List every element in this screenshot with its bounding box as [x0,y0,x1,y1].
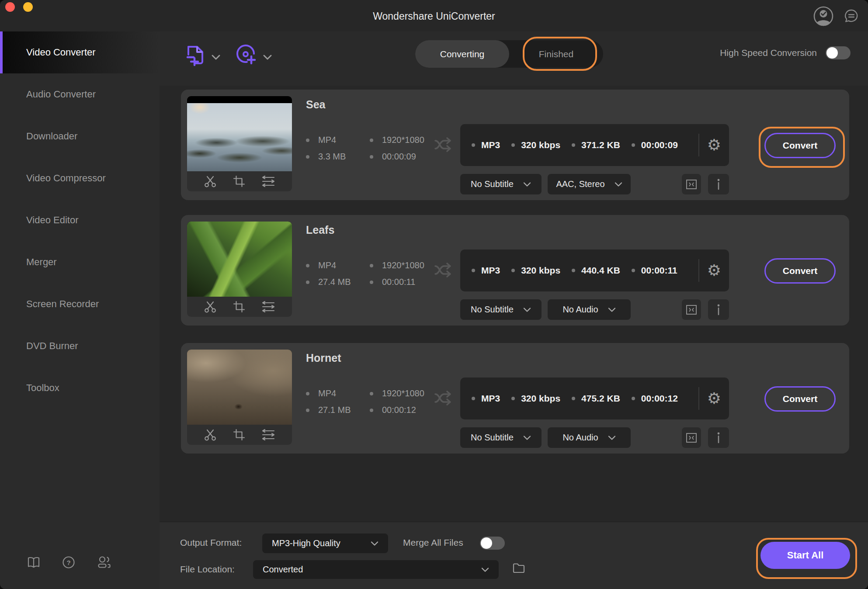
chevron-down-icon[interactable] [263,54,272,60]
audio-value: AAC, Stereo [556,179,604,189]
source-duration: 00:00:09 [370,152,416,162]
sidebar-item-merger[interactable]: Merger [0,241,160,283]
source-duration: 00:00:11 [370,277,415,287]
add-files-icon[interactable] [185,44,206,67]
subtitle-dropdown[interactable]: No Subtitle [460,427,542,448]
source-meta-row: MP4 1920*1080 [306,135,424,145]
main-area: Converting Finished High Speed Conversio… [160,31,868,589]
output-duration: 00:00:09 [632,140,678,150]
output-size: 475.2 KB [572,393,620,404]
video-thumbnail [187,222,292,317]
divider [698,134,699,156]
output-size: 440.4 KB [572,265,620,276]
source-meta-row: 27.4 MB 00:00:11 [306,277,415,287]
effects-icon[interactable] [261,301,275,312]
trim-icon[interactable] [204,301,217,313]
toggle-knob [826,47,838,59]
audio-dropdown[interactable]: No Audio [548,299,631,320]
divider [698,259,699,282]
community-icon[interactable] [97,556,111,569]
trim-icon[interactable] [204,175,217,187]
sidebar-item-video-editor[interactable]: Video Editor [0,199,160,241]
sidebar-item-dvd-burner[interactable]: DVD Burner [0,325,160,367]
convert-button[interactable]: Convert [764,258,836,284]
source-resolution: 1920*1080 [370,388,424,398]
file-row-sea: Sea MP4 1920*1080 3.3 MB 00:00:09 MP3 32… [181,90,849,200]
preview-button[interactable] [682,299,701,320]
subtitle-dropdown[interactable]: No Subtitle [460,174,542,194]
output-settings-panel: MP3 320 kbps 371.2 KB 00:00:09 ⚙ [460,124,729,166]
effects-icon[interactable] [261,176,275,187]
audio-dropdown[interactable]: AAC, Stereo [548,174,631,194]
output-settings-panel: MP3 320 kbps 440.4 KB 00:00:11 ⚙ [460,249,729,291]
sidebar-item-toolbox[interactable]: Toolbox [0,367,160,409]
tab-finished[interactable]: Finished [509,40,603,68]
chevron-down-icon[interactable] [211,54,221,60]
preview-button[interactable] [682,427,701,448]
sidebar-item-label: Merger [26,256,57,268]
user-guide-icon[interactable] [27,556,40,569]
output-format-dropdown[interactable]: MP3-High Quality [262,534,388,553]
account-icon[interactable] [813,6,834,27]
sidebar-item-label: Screen Recorder [26,298,99,310]
feedback-chat-icon[interactable] [844,8,859,24]
chevron-down-icon [615,182,622,187]
file-title: Leafs [306,224,334,236]
info-button[interactable] [708,174,729,194]
crop-icon[interactable] [233,429,245,441]
help-icon[interactable]: ? [62,556,75,569]
convert-button[interactable]: Convert [764,386,836,412]
high-speed-conversion: High Speed Conversion [720,46,851,59]
start-all-button[interactable]: Start All [760,542,850,569]
sidebar: Video Converter Audio Converter Download… [0,31,160,589]
source-resolution: 1920*1080 [370,135,424,145]
chevron-down-icon [523,435,531,440]
sidebar-item-screen-recorder[interactable]: Screen Recorder [0,283,160,325]
sidebar-item-downloader[interactable]: Downloader [0,115,160,157]
sidebar-item-label: Audio Converter [26,89,96,100]
file-location-dropdown[interactable]: Converted [253,560,499,579]
thumbnail-image-hornet [187,350,292,425]
sidebar-item-label: DVD Burner [26,340,78,352]
folder-icon[interactable] [512,562,525,574]
crop-icon[interactable] [233,301,245,313]
tab-converting[interactable]: Converting [415,40,509,68]
preview-button[interactable] [682,174,701,194]
gear-icon[interactable]: ⚙ [707,137,721,153]
thumbnail-toolbar [187,425,292,445]
convert-button[interactable]: Convert [764,133,836,158]
gear-icon[interactable]: ⚙ [707,263,721,278]
output-format: MP3 [472,265,500,276]
source-meta-row: MP4 1920*1080 [306,388,424,398]
sidebar-item-video-converter[interactable]: Video Converter [0,31,160,73]
high-speed-toggle[interactable] [826,46,851,59]
convert-button-label: Convert [783,266,817,276]
chevron-down-icon [523,182,531,187]
output-duration: 00:00:12 [632,393,678,404]
source-format: MP4 [306,260,370,270]
effects-icon[interactable] [261,429,275,440]
sidebar-item-label: Toolbox [26,382,59,394]
info-button[interactable] [708,299,729,320]
subtitle-value: No Subtitle [471,305,514,315]
source-size: 27.1 MB [306,405,370,415]
gear-icon[interactable]: ⚙ [707,391,721,406]
subtitle-value: No Subtitle [471,433,514,443]
high-speed-label: High Speed Conversion [720,48,817,58]
crop-icon[interactable] [233,175,245,187]
audio-dropdown[interactable]: No Audio [548,427,631,448]
sidebar-item-video-compressor[interactable]: Video Compressor [0,157,160,199]
merge-all-files-toggle[interactable] [480,537,505,550]
convert-arrow-icon [434,135,454,154]
output-size: 371.2 KB [572,140,620,150]
add-dvd-icon[interactable] [235,44,257,67]
source-meta-row: MP4 1920*1080 [306,260,424,270]
subtitle-dropdown[interactable]: No Subtitle [460,299,542,320]
sidebar-item-label: Video Converter [26,47,96,58]
trim-icon[interactable] [204,429,217,441]
source-size: 3.3 MB [306,152,370,162]
info-button[interactable] [708,427,729,448]
chevron-down-icon [608,307,616,312]
sidebar-item-audio-converter[interactable]: Audio Converter [0,73,160,115]
thumbnail-toolbar [187,297,292,317]
